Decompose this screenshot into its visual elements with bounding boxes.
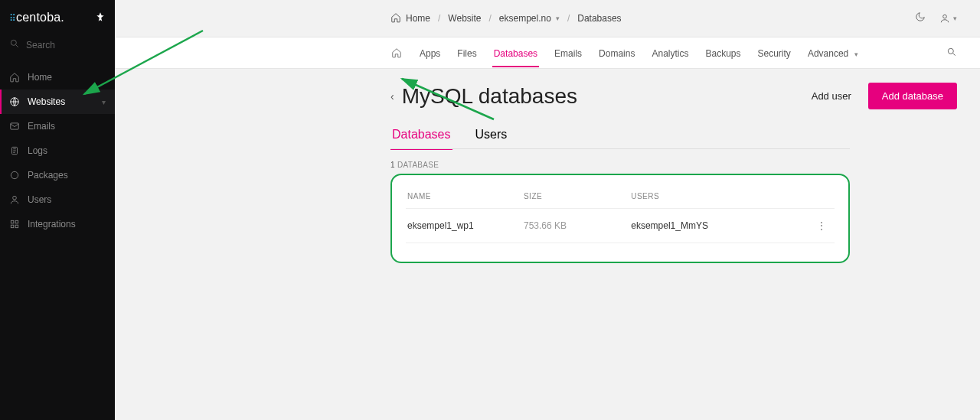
svg-line-1 [16,45,18,47]
section-tabs: Apps Files Databases Emails Domains Anal… [115,37,980,68]
home-icon [9,72,20,83]
page-title: MySQL databases [402,84,577,109]
cell-size: 753.66 KB [524,220,631,231]
breadcrumb-site-dropdown[interactable]: eksempel.no ▾ [499,13,560,24]
breadcrumb-separator: / [567,13,570,24]
tab-advanced[interactable]: Advanced ▾ [808,39,858,67]
add-database-button[interactable]: Add database [868,83,957,109]
breadcrumb: Home / Website / eksempel.no ▾ / Databas… [390,12,622,25]
home-icon [390,12,401,25]
user-icon [9,194,20,205]
row-actions-menu[interactable]: ⋮ [810,220,833,232]
topbar: Home / Website / eksempel.no ▾ / Databas… [115,0,980,37]
breadcrumb-label: Home [406,13,430,24]
col-name: NAME [407,192,524,200]
sidebar-item-home[interactable]: Home [0,65,115,90]
chevron-down-icon: ▾ [854,50,858,58]
tab-security[interactable]: Security [758,39,791,67]
svg-point-6 [13,196,17,200]
sidebar-item-label: Emails [28,121,55,132]
database-count: 1 DATABASE [115,150,980,174]
sidebar-item-integrations[interactable]: Integrations [0,212,115,236]
grid-icon [9,219,20,230]
theme-toggle-icon[interactable] [915,11,926,25]
breadcrumb-label: Website [448,13,481,24]
circle-icon [9,170,20,181]
sidebar-item-websites[interactable]: Websites ▾ [0,90,115,114]
tab-emails[interactable]: Emails [554,39,582,67]
subtab-users[interactable]: Users [474,123,509,149]
svg-point-5 [11,171,18,178]
search-icon[interactable] [946,47,957,60]
svg-rect-7 [11,220,14,223]
account-menu[interactable]: ▾ [939,13,957,24]
sidebar-item-label: Users [28,194,51,205]
svg-point-0 [11,40,16,45]
sidebar-item-label: Home [28,72,52,83]
sidebar-item-label: Integrations [28,219,76,230]
svg-rect-9 [11,225,14,228]
tab-analytics[interactable]: Analytics [652,39,688,67]
tab-label: Advanced [808,48,848,59]
chevron-down-icon: ▾ [953,15,957,22]
sidebar-item-emails[interactable]: Emails [0,114,115,138]
table-row[interactable]: eksempel1_wp1 753.66 KB eksempel1_MmYS ⋮ [406,209,835,243]
chevron-down-icon: ▾ [102,98,106,106]
tab-files[interactable]: Files [457,39,476,67]
breadcrumb-label: eksempel.no [499,13,551,24]
svg-point-12 [948,48,953,54]
breadcrumb-separator: / [438,13,440,24]
cell-users: eksempel1_MmYS [631,220,810,231]
database-table-card: NAME SIZE USERS eksempel1_wp1 753.66 KB … [390,174,850,263]
breadcrumb-databases[interactable]: Databases [577,13,621,24]
svg-rect-8 [15,220,18,223]
sidebar-item-users[interactable]: Users [0,187,115,212]
sidebar-item-logs[interactable]: Logs [0,138,115,163]
chevron-down-icon: ▾ [556,15,560,22]
breadcrumb-separator: / [489,13,492,24]
svg-rect-10 [15,225,18,228]
cell-name: eksempel1_wp1 [407,220,524,231]
svg-line-13 [953,53,956,55]
tab-apps[interactable]: Apps [420,39,440,67]
search-icon [9,38,20,51]
svg-point-11 [943,15,947,18]
breadcrumb-website[interactable]: Website [448,13,481,24]
back-button[interactable]: ‹ [390,90,394,103]
breadcrumb-label: Databases [577,13,621,24]
svg-rect-3 [11,123,19,129]
section-home-icon[interactable] [390,47,403,59]
col-size: SIZE [524,192,631,200]
sidebar-item-label: Websites [28,96,65,107]
globe-icon [9,96,20,107]
sidebar-search[interactable]: Search [0,32,115,57]
pin-icon[interactable] [95,11,106,24]
tab-domains[interactable]: Domains [599,39,635,67]
add-user-button[interactable]: Add user [808,84,854,108]
breadcrumb-home[interactable]: Home [390,12,430,25]
brand-name: centoba. [16,11,64,24]
sidebar-nav: Home Websites ▾ Emails Logs Packages [0,65,115,236]
main-content: Home / Website / eksempel.no ▾ / Databas… [115,0,980,420]
mail-icon [9,121,20,132]
brand-logo: ⠿centoba. [0,0,115,32]
table-header: NAME SIZE USERS [406,186,835,209]
count-number: 1 [390,161,395,169]
tab-backups[interactable]: Backups [705,39,740,67]
count-label: DATABASE [397,161,439,169]
subtab-databases[interactable]: Databases [390,123,452,149]
col-users: USERS [631,192,810,200]
sidebar-item-label: Packages [28,170,68,181]
sidebar-item-label: Logs [28,145,47,156]
clipboard-icon [9,145,20,156]
sidebar-item-packages[interactable]: Packages [0,163,115,187]
search-placeholder: Search [26,40,55,50]
page-header: ‹ MySQL databases Add user Add database [115,69,980,123]
tab-databases[interactable]: Databases [494,39,537,67]
sidebar: ⠿centoba. Search Home Websites ▾ E [0,0,115,420]
